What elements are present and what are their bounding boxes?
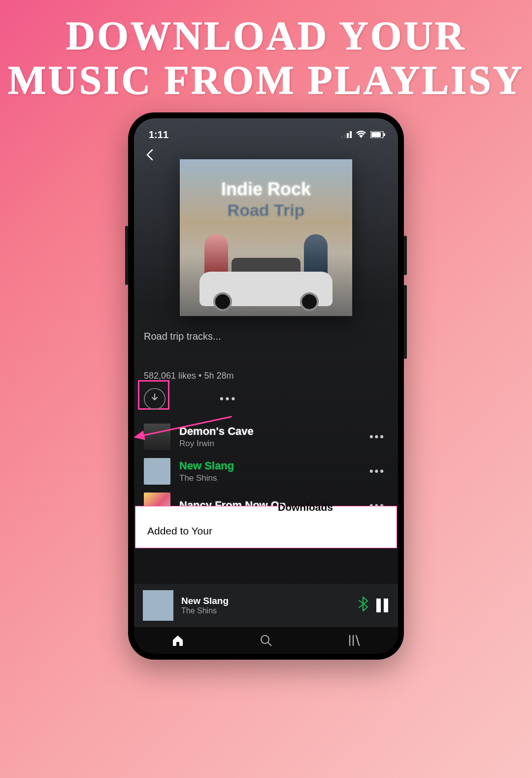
- playlist-meta: 582,061 likes • 5h 28m: [134, 342, 398, 385]
- phone-side-button: [404, 285, 407, 359]
- track-row[interactable]: New Slang The Shins •••: [139, 454, 393, 489]
- playlist-cover[interactable]: Indie Rock Road Trip: [180, 159, 352, 316]
- phone-frame: 1:11 Indie Rock Road Trip: [128, 112, 404, 660]
- svg-point-7: [261, 636, 269, 643]
- status-time: 1:11: [149, 129, 168, 141]
- track-thumbnail: [144, 424, 170, 450]
- svg-rect-3: [350, 131, 352, 138]
- track-title: New Slang: [179, 460, 361, 472]
- nav-library-button[interactable]: [347, 633, 362, 648]
- now-playing-bar[interactable]: New Slang The Shins: [134, 584, 398, 627]
- download-icon: [150, 393, 160, 405]
- phone-side-button: [125, 226, 128, 285]
- promo-line-1: DOWNLOAD YOUR: [0, 14, 532, 58]
- cellular-icon: [341, 129, 352, 141]
- promo-line-2: MUSIC FROM PLAYLISY: [0, 58, 532, 103]
- toast-text-left: Added to Your: [147, 525, 385, 537]
- now-playing-thumbnail: [143, 590, 173, 621]
- track-title: Demon's Cave: [179, 425, 361, 438]
- track-artist: The Shins: [179, 473, 361, 483]
- promo-headline: DOWNLOAD YOUR MUSIC FROM PLAYLISY: [0, 0, 532, 103]
- bottom-nav: [134, 627, 398, 654]
- battery-icon: [370, 129, 385, 141]
- svg-rect-2: [347, 133, 349, 138]
- bluetooth-icon[interactable]: [358, 597, 368, 615]
- nav-search-button[interactable]: [259, 633, 273, 648]
- track-more-button[interactable]: •••: [369, 465, 388, 478]
- app-screen: 1:11 Indie Rock Road Trip: [134, 118, 398, 654]
- nav-home-button[interactable]: [170, 633, 185, 648]
- now-playing-artist: The Shins: [181, 606, 350, 615]
- back-button[interactable]: [144, 148, 157, 161]
- phone-side-button: [404, 236, 407, 275]
- cover-title-2: Road Trip: [228, 201, 305, 220]
- cover-art-illustration: [180, 240, 352, 316]
- status-icons: [341, 129, 385, 141]
- more-options-button[interactable]: •••: [220, 392, 237, 405]
- status-bar: 1:11: [134, 118, 398, 143]
- track-artist: Roy Irwin: [179, 439, 361, 449]
- track-more-button[interactable]: •••: [369, 430, 388, 443]
- cover-title-1: Indie Rock: [221, 179, 311, 200]
- download-button[interactable]: [144, 388, 166, 410]
- track-row[interactable]: Demon's Cave Roy Irwin •••: [139, 420, 393, 454]
- svg-rect-5: [371, 132, 381, 137]
- svg-rect-1: [344, 135, 346, 138]
- playlist-description: Road trip tracks...: [134, 316, 398, 342]
- toast-notification: Downloads Added to Your: [135, 506, 397, 548]
- svg-rect-6: [384, 133, 385, 136]
- now-playing-title: New Slang: [181, 596, 350, 606]
- wifi-icon: [356, 129, 366, 141]
- svg-rect-0: [341, 136, 343, 138]
- pause-button[interactable]: [376, 599, 389, 612]
- track-thumbnail: [144, 458, 170, 485]
- toast-text-top: Downloads: [226, 501, 385, 513]
